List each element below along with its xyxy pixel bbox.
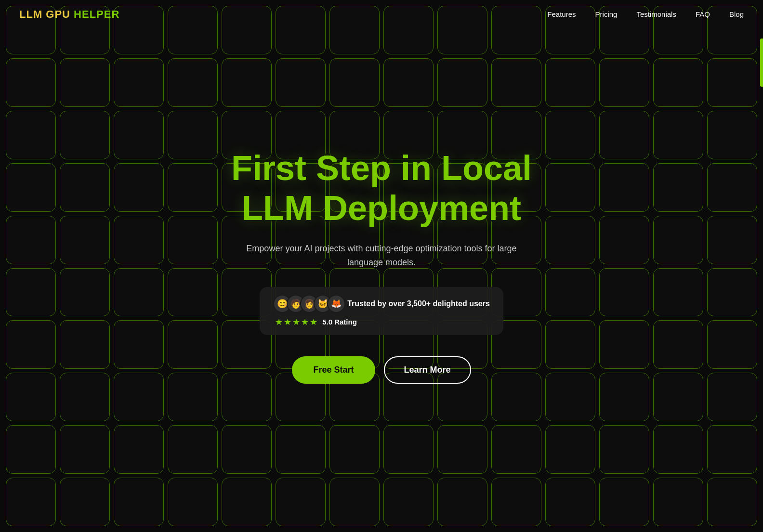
- free-start-button[interactable]: Free Start: [292, 356, 375, 384]
- accent-bar: [760, 39, 763, 87]
- nav-pricing[interactable]: Pricing: [595, 10, 618, 18]
- rating-text: 5.0 Rating: [322, 318, 357, 326]
- navbar: LLM GPU HELPER Features Pricing Testimon…: [0, 0, 763, 29]
- learn-more-button[interactable]: Learn More: [384, 356, 471, 384]
- hero-title: First Step in Local LLM Deployment: [213, 148, 550, 228]
- hero-section: First Step in Local LLM Deployment Empow…: [0, 0, 763, 532]
- stars: ★★★★★: [275, 317, 318, 327]
- avatar-5: 🦊: [327, 295, 345, 313]
- nav-faq[interactable]: FAQ: [696, 10, 710, 18]
- nav-testimonials[interactable]: Testimonials: [636, 10, 676, 18]
- trust-badge: 😊 🧑 👩 🐱 🦊 Trusted by over 3,500+ delight…: [260, 287, 503, 335]
- avatar-stack: 😊 🧑 👩 🐱 🦊: [273, 295, 341, 313]
- logo-gpu: GPU: [42, 8, 70, 20]
- hero-subtitle: Empower your AI projects with cutting-ed…: [237, 242, 526, 270]
- logo-llm: LLM: [19, 8, 42, 20]
- trust-rating: ★★★★★ 5.0 Rating: [275, 317, 357, 327]
- nav-links: Features Pricing Testimonials FAQ Blog: [547, 10, 744, 19]
- trust-text: Trusted by over 3,500+ delighted users: [347, 299, 490, 308]
- trust-top: 😊 🧑 👩 🐱 🦊 Trusted by over 3,500+ delight…: [273, 295, 490, 313]
- nav-blog[interactable]: Blog: [729, 10, 744, 18]
- nav-features[interactable]: Features: [547, 10, 576, 18]
- button-group: Free Start Learn More: [292, 356, 471, 384]
- logo-helper: HELPER: [70, 8, 119, 20]
- logo: LLM GPU HELPER: [19, 8, 119, 21]
